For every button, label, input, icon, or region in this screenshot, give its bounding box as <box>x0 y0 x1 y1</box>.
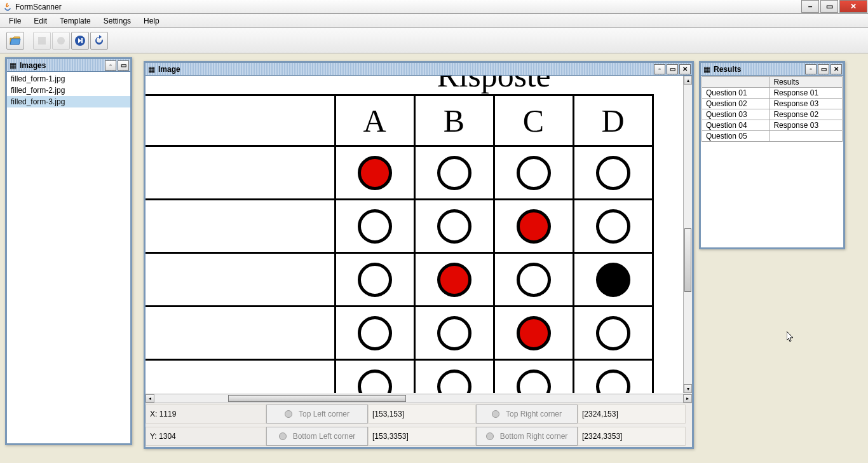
file-list[interactable]: filled_form-1.jpgfilled_form-2.jpgfilled… <box>7 72 130 109</box>
answer-bubble <box>596 263 630 297</box>
open-button[interactable] <box>6 32 24 50</box>
y-label: Y: 1304 <box>146 427 266 446</box>
bottom-right-corner-button[interactable]: Bottom Right corner <box>476 427 578 446</box>
top-left-corner-button[interactable]: Top Left corner <box>266 404 368 424</box>
answer-bubble <box>437 209 471 244</box>
record-button[interactable] <box>52 32 70 50</box>
panel-icon: ▦ <box>8 61 17 70</box>
answer-bubble <box>358 156 392 190</box>
horizontal-scrollbar[interactable]: ◂ ▸ <box>146 394 692 403</box>
x-label: X: 1119 <box>146 404 266 424</box>
iconify-button[interactable]: ▫ <box>105 60 116 71</box>
answer-bubble <box>596 370 630 394</box>
scroll-thumb[interactable] <box>228 395 406 402</box>
menubar: File Edit Template Settings Help <box>0 14 868 28</box>
results-table: Results Question 01Response 01Question 0… <box>702 76 843 142</box>
top-right-value: [2324,153] <box>578 404 686 424</box>
answer-bubble <box>517 209 551 244</box>
answer-bubble <box>596 316 630 350</box>
answer-bubble <box>358 370 392 394</box>
table-row: Question 02Response 03 <box>702 99 843 109</box>
answer-bubble <box>437 263 471 297</box>
menu-settings[interactable]: Settings <box>98 15 136 27</box>
answer-bubble <box>358 263 392 297</box>
answer-bubble <box>358 316 392 350</box>
top-right-corner-button[interactable]: Top Right corner <box>476 404 578 424</box>
panel-icon: ▦ <box>702 65 711 74</box>
menu-template[interactable]: Template <box>55 15 96 27</box>
maximize-button[interactable]: ▭ <box>820 0 838 13</box>
minimize-button[interactable]: – <box>801 0 819 13</box>
close-panel-button[interactable]: ✕ <box>679 64 691 74</box>
answer-bubble <box>596 209 630 244</box>
refresh-button[interactable] <box>90 32 108 50</box>
file-item[interactable]: filled_form-1.jpg <box>7 73 130 85</box>
svg-point-1 <box>57 37 65 45</box>
answer-bubble <box>517 316 551 350</box>
menu-help[interactable]: Help <box>139 15 165 27</box>
coordinate-panel: X: 1119 Top Left corner [153,153] Top Ri… <box>146 403 692 447</box>
scroll-thumb[interactable] <box>684 228 691 292</box>
image-viewport[interactable]: RisposteABCDanda: 1anda: 2anda: 3anda: 4… <box>146 76 683 393</box>
close-button[interactable]: ✕ <box>839 0 867 13</box>
bottom-left-value: [153,3353] <box>368 427 476 446</box>
menu-file[interactable]: File <box>4 15 26 27</box>
titlebar: FormScanner – ▭ ✕ <box>0 0 868 14</box>
scroll-down-button[interactable]: ▾ <box>684 384 692 393</box>
iconify-button[interactable]: ▫ <box>805 64 817 74</box>
images-panel-title: Images <box>20 61 104 70</box>
workspace: ▦ Images ▫ ▭ filled_form-1.jpgfilled_for… <box>0 53 868 463</box>
answer-bubble <box>517 263 551 297</box>
vertical-scrollbar[interactable]: ▴ ▾ <box>683 76 692 393</box>
svg-rect-3 <box>81 38 83 43</box>
menu-edit[interactable]: Edit <box>29 15 52 27</box>
svg-rect-0 <box>38 37 46 45</box>
scan-button[interactable] <box>33 32 51 50</box>
table-row: Question 01Response 01 <box>702 88 843 99</box>
scroll-right-button[interactable]: ▸ <box>683 394 692 403</box>
next-button[interactable] <box>71 32 89 50</box>
java-icon <box>3 2 13 12</box>
results-panel-title: Results <box>714 65 804 74</box>
window-title: FormScanner <box>15 3 801 11</box>
image-panel: ▦ Image ▫ ▭ ✕ RisposteABCDanda: 1anda: 2… <box>144 61 694 449</box>
answer-bubble <box>517 156 551 190</box>
scroll-left-button[interactable]: ◂ <box>146 394 154 403</box>
bottom-left-corner-button[interactable]: Bottom Left corner <box>266 427 368 446</box>
maximize-panel-button[interactable]: ▭ <box>818 64 829 74</box>
maximize-panel-button[interactable]: ▭ <box>667 64 678 74</box>
iconify-button[interactable]: ▫ <box>654 64 665 74</box>
table-row: Question 03Response 02 <box>702 109 843 120</box>
table-row: Question 04Response 03 <box>702 120 843 131</box>
file-item[interactable]: filled_form-3.jpg <box>7 96 130 107</box>
images-panel: ▦ Images ▫ ▭ filled_form-1.jpgfilled_for… <box>5 57 132 445</box>
table-row: Question 05 <box>702 131 843 142</box>
answer-bubble <box>596 156 630 190</box>
cursor-icon <box>787 331 794 343</box>
y-value: 1304 <box>159 432 176 441</box>
maximize-panel-button[interactable]: ▭ <box>118 60 129 71</box>
panel-icon: ▦ <box>147 65 156 74</box>
scroll-up-button[interactable]: ▴ <box>684 76 692 85</box>
answer-bubble <box>358 209 392 244</box>
file-item[interactable]: filled_form-2.jpg <box>7 85 130 96</box>
results-header: Results <box>770 77 843 88</box>
answer-bubble <box>517 370 551 394</box>
results-header-blank <box>702 77 770 88</box>
answer-bubble <box>437 156 471 190</box>
toolbar <box>0 28 868 53</box>
answer-bubble <box>437 370 471 394</box>
results-panel: ▦ Results ▫ ▭ ✕ Results Question 01Respo… <box>699 61 845 249</box>
answer-bubble <box>437 316 471 350</box>
top-left-value: [153,153] <box>368 404 476 424</box>
x-value: 1119 <box>159 410 177 418</box>
close-panel-button[interactable]: ✕ <box>831 64 842 74</box>
image-panel-title: Image <box>158 65 653 74</box>
bottom-right-value: [2324,3353] <box>578 427 686 446</box>
